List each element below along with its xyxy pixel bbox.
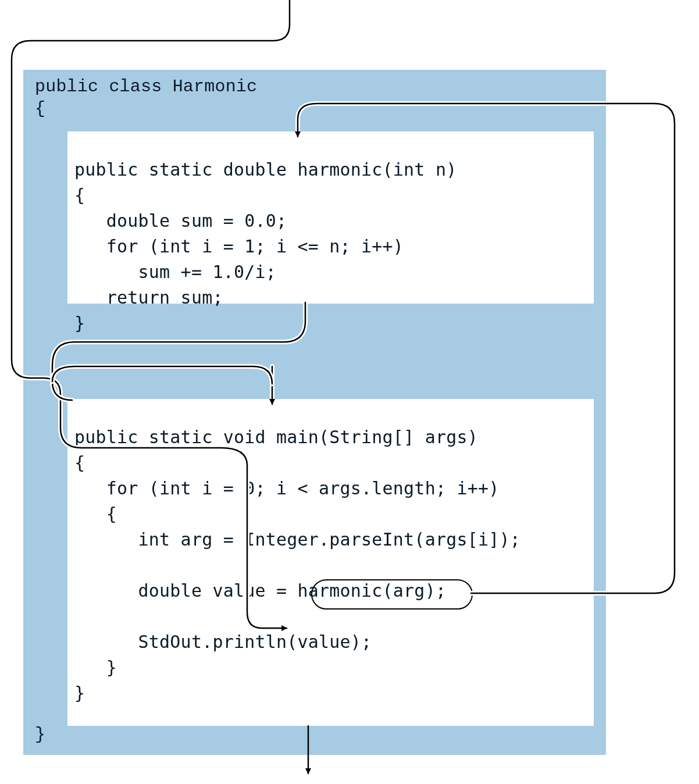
class-decl-line1: public class Harmonic — [35, 77, 257, 97]
call-highlight-oval — [311, 579, 473, 610]
class-declaration: public class Harmonic { — [35, 76, 257, 120]
code-method-harmonic: public static double harmonic(int n) { d… — [74, 157, 457, 336]
class-decl-line2: { — [35, 99, 45, 119]
class-close-brace: } — [35, 725, 45, 744]
diagram-canvas: public class Harmonic { public static do… — [0, 0, 699, 784]
code-method-main: public static void main(String[] args) {… — [74, 425, 520, 706]
